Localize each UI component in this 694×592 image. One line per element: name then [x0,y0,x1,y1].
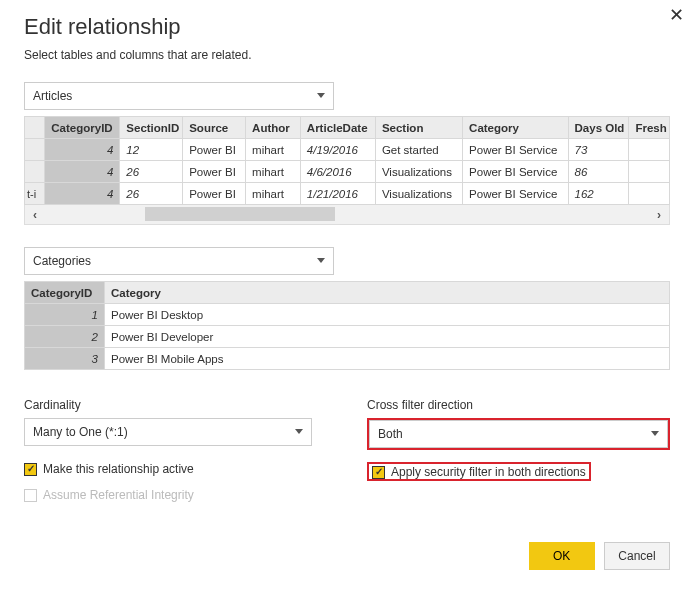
dialog-title: Edit relationship [24,14,670,40]
chevron-down-icon [295,429,303,434]
col-fresh[interactable]: Fresh [629,117,670,139]
col-sectionid[interactable]: SectionID [120,117,183,139]
table-row[interactable]: t-i 4 26 Power BI mihart 1/21/2016 Visua… [25,183,670,205]
table-row[interactable]: 1 Power BI Desktop [25,304,670,326]
table-row[interactable]: 4 26 Power BI mihart 4/6/2016 Visualizat… [25,161,670,183]
checkbox-unchecked-icon [24,489,37,502]
table2-select-value: Categories [33,254,91,268]
dialog-buttons: OK Cancel [523,542,670,570]
close-icon[interactable]: ✕ [669,6,684,24]
col-daysold[interactable]: Days Old [568,117,629,139]
row-header-blank [25,117,45,139]
checkbox-checked-icon[interactable] [24,463,37,476]
col-section[interactable]: Section [375,117,462,139]
cardinality-section: Cardinality Many to One (*:1) [24,398,327,450]
table1-select[interactable]: Articles [24,82,334,110]
scroll-right-icon[interactable]: › [657,208,661,222]
table1-header-row: CategoryID SectionID Source Author Artic… [25,117,670,139]
table2-grid: CategoryID Category 1 Power BI Desktop 2… [24,281,670,370]
table-row[interactable]: 3 Power BI Mobile Apps [25,348,670,370]
highlight-box-crossfilter: Both [367,418,670,450]
table1-select-value: Articles [33,89,72,103]
col2-categoryid[interactable]: CategoryID [25,282,105,304]
col-category[interactable]: Category [463,117,568,139]
highlight-box-security: Apply security filter in both directions [367,462,591,481]
table-row[interactable]: 2 Power BI Developer [25,326,670,348]
crossfilter-select[interactable]: Both [369,420,668,448]
scroll-thumb[interactable] [145,207,335,221]
chevron-down-icon [651,431,659,436]
crossfilter-section: Cross filter direction Both [367,398,670,450]
chevron-down-icon [317,258,325,263]
active-checkbox-label: Make this relationship active [43,462,194,476]
integrity-checkbox-row: Assume Referential Integrity [24,488,327,502]
cardinality-select[interactable]: Many to One (*:1) [24,418,312,446]
table1-hscroll[interactable]: ‹ › [24,205,670,225]
crossfilter-label: Cross filter direction [367,398,670,412]
col-source[interactable]: Source [183,117,246,139]
checkbox-checked-icon[interactable] [372,466,385,479]
col-author[interactable]: Author [246,117,301,139]
cardinality-value: Many to One (*:1) [33,425,128,439]
crossfilter-value: Both [378,427,403,441]
edit-relationship-dialog: Edit relationship Select tables and colu… [0,14,694,526]
scroll-left-icon[interactable]: ‹ [33,208,37,222]
integrity-checkbox-label: Assume Referential Integrity [43,488,194,502]
cardinality-label: Cardinality [24,398,327,412]
col-articledate[interactable]: ArticleDate [300,117,375,139]
table2-select[interactable]: Categories [24,247,334,275]
active-checkbox-row[interactable]: Make this relationship active [24,462,327,476]
col-categoryid[interactable]: CategoryID [45,117,120,139]
col2-category[interactable]: Category [105,282,670,304]
ok-button[interactable]: OK [529,542,595,570]
chevron-down-icon [317,93,325,98]
cancel-button[interactable]: Cancel [604,542,670,570]
table-row[interactable]: 4 12 Power BI mihart 4/19/2016 Get start… [25,139,670,161]
security-checkbox-label: Apply security filter in both directions [391,465,586,479]
table1-grid: CategoryID SectionID Source Author Artic… [24,116,670,205]
security-checkbox-row[interactable]: Apply security filter in both directions [372,465,586,479]
table2-header-row: CategoryID Category [25,282,670,304]
dialog-subtitle: Select tables and columns that are relat… [24,48,670,62]
